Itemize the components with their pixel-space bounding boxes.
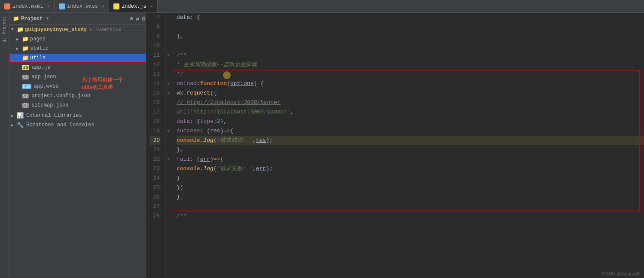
scratches-icon: 🔧 (17, 122, 24, 128)
linenum-20: 20 (150, 136, 160, 145)
editor[interactable]: 7 8 9 10 11 12 13 14 15 16 17 18 19 20 2… (146, 13, 644, 278)
code-line-22: fail: (err) => { (177, 155, 644, 164)
sidebar-item-pages[interactable]: ▶ 📁 pages (9, 34, 146, 44)
tab-close-js[interactable]: ✕ (150, 4, 153, 9)
linenum-24: 24 (150, 174, 160, 183)
scratches-label: Scratches and Consoles (26, 122, 94, 128)
line-numbers: 7 8 9 10 11 12 13 14 15 16 17 18 19 20 2… (146, 13, 165, 278)
settings-icon[interactable]: ⚙ (142, 15, 145, 22)
linenum-11: 11 (150, 51, 160, 60)
chevron-right-ext: ▶ (11, 113, 15, 118)
tab-index-js[interactable]: index.js ✕ (109, 0, 158, 12)
linenum-10: 10 (150, 41, 160, 51)
sidebar-content[interactable]: ▼ 📁 guiguyunyinyue_study C:\Users\13 ▶ 📁… (9, 25, 146, 278)
project-label: 1: Project (2, 16, 7, 42)
code-content[interactable]: data: { }, /** * 生命周期函数--监听页面加载 (171, 13, 644, 278)
tab-close-wxss[interactable]: ✕ (102, 4, 104, 9)
code-line-8 (177, 22, 644, 32)
appjson-label: app.json (31, 74, 56, 80)
code-line-21: }, (177, 145, 644, 155)
sidebar-item-appwxss[interactable]: CSS app.wxss (9, 82, 146, 91)
sitemap-label: sitemap.json (31, 102, 68, 108)
sitemap-file-icon: {} (22, 103, 29, 108)
dropdown-arrow[interactable]: ▼ (46, 16, 49, 21)
linenum-14: 14 (150, 79, 160, 89)
external-libs-icon: 📊 (17, 112, 24, 119)
watermark: CSDN @liulang68 (602, 271, 641, 276)
sidebar-item-external-libs[interactable]: ▶ 📊 External Libraries (9, 111, 146, 120)
sidebar-item-sitemap[interactable]: {} sitemap.json (9, 101, 146, 110)
code-line-28: /** (177, 211, 644, 221)
code-line-9: }, (177, 32, 644, 41)
code-line-14: onLoad: function (options) { (177, 79, 644, 89)
wxml-icon (4, 3, 10, 9)
wxss-file-icon: CSS (22, 84, 31, 89)
tab-index-wxss[interactable]: index.wxss ✕ (55, 0, 109, 12)
appwxss-label: app.wxss (34, 83, 59, 89)
code-area[interactable]: 7 8 9 10 11 12 13 14 15 16 17 18 19 20 2… (146, 13, 644, 278)
linenum-26: 26 (150, 192, 160, 202)
fold-gutter: ▼ ▼▼ ▼ ▼ (165, 13, 171, 278)
code-line-25: }) (177, 183, 644, 192)
tree-root[interactable]: ▼ 📁 guiguyunyinyue_study C:\Users\13 (9, 25, 146, 34)
sidebar-item-appjson[interactable]: {} app.json (9, 72, 146, 82)
linenum-9: 9 (150, 32, 160, 41)
static-label: static (30, 46, 49, 52)
root-path: C:\Users\13 (90, 27, 121, 32)
chevron-right-icon: ▶ (16, 37, 21, 42)
sidebar-header: 📁 Project ▼ ⊕ ⇄ ⚙ − (9, 13, 146, 25)
static-folder-icon: 📁 (22, 45, 29, 52)
code-line-15: wx.request({ (177, 89, 644, 98)
code-line-20: console.log('请求成功: ', res); (177, 136, 644, 145)
linenum-16: 16 (150, 98, 160, 107)
linenum-21: 21 (150, 145, 160, 155)
tab-label-wxss: index.wxss (67, 3, 98, 9)
code-line-27 (177, 202, 644, 211)
linenum-12: 12 (150, 60, 160, 70)
linenum-27: 27 (150, 202, 160, 211)
wxss-icon (59, 3, 65, 9)
collapse-icon[interactable]: ⇄ (136, 15, 139, 22)
chevron-right-scratch: ▶ (11, 123, 15, 128)
code-line-13: */ (177, 70, 644, 79)
code-line-18: data: {type: 2}, (177, 117, 644, 126)
sidebar-item-static[interactable]: ▶ 📁 static (9, 44, 146, 53)
sidebar-vertical-label: 1: Project (0, 13, 9, 278)
appjs-label: app.js (32, 64, 50, 70)
linenum-13: 13 (150, 70, 160, 79)
chevron-down-icon: ▼ (11, 27, 15, 32)
linenum-19: 19 (150, 126, 160, 136)
linenum-28: 28 (150, 211, 160, 221)
sidebar-item-utils[interactable]: 📁 utils (9, 53, 146, 63)
config-file-icon: {} (22, 94, 29, 98)
linenum-23: 23 (150, 164, 160, 174)
sidebar-header-icons: ⊕ ⇄ ⚙ − (129, 15, 146, 22)
linenum-18: 18 (150, 117, 160, 126)
pages-folder-icon: 📁 (22, 36, 29, 43)
code-line-7: data: { (177, 13, 644, 22)
linenum-15: 15 (150, 89, 160, 98)
add-icon[interactable]: ⊕ (129, 15, 133, 22)
sidebar-item-appjs[interactable]: JS app.js (9, 63, 146, 72)
linenum-17: 17 (150, 107, 160, 117)
code-line-17: url: 'http://localhost:3000/banner', (177, 107, 644, 117)
code-line-26: }, (177, 192, 644, 202)
utils-folder-icon: 📁 (22, 55, 29, 61)
root-folder-icon: 📁 (17, 26, 24, 33)
code-line-19: success: (res) => { (177, 126, 644, 136)
sidebar-outer: 1: Project 📁 Project ▼ ⊕ ⇄ ⚙ − (0, 13, 146, 278)
folder-icon: 📁 (13, 15, 19, 22)
main-layout: 1: Project 📁 Project ▼ ⊕ ⇄ ⚙ − (0, 13, 644, 278)
sidebar-item-scratches[interactable]: ▶ 🔧 Scratches and Consoles (9, 120, 146, 130)
tab-label-js: index.js (122, 3, 147, 9)
code-line-16: // http://localhost:3000/banner (177, 98, 644, 107)
js-file-icon: JS (22, 65, 29, 70)
sidebar-item-projectconfig[interactable]: {} project.config.json (9, 91, 146, 101)
root-label: guiguyunyinyue_study (25, 27, 87, 33)
code-line-23: console.log('请求失败: ', err); (177, 164, 644, 174)
linenum-25: 25 (150, 183, 160, 192)
tab-index-wxml[interactable]: index.wxml ✕ (0, 0, 55, 12)
tab-close-wxml[interactable]: ✕ (47, 4, 50, 9)
code-line-12: * 生命周期函数--监听页面加载 (177, 60, 644, 70)
code-line-11: /** (177, 51, 644, 60)
